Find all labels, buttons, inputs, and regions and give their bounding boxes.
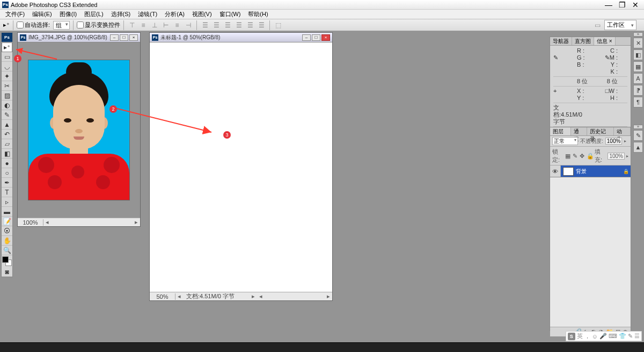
tab-info[interactable]: 信息 × [594,37,616,45]
dist-vcenter-icon[interactable]: ☰ [211,21,221,30]
auto-align-icon[interactable]: ⬚ [273,21,283,30]
ime-emoji-icon[interactable]: ☺ [592,333,598,340]
doc1-max-button[interactable]: □ [120,34,128,41]
screen-mode-icon[interactable]: ▭ [592,21,602,30]
doc2-scroll-left[interactable]: ◂ [175,293,183,300]
auto-select-mode[interactable]: 组 [53,21,70,30]
show-transform-check[interactable]: 显示变换控件 [77,21,120,29]
show-transform-checkbox[interactable] [77,21,84,28]
history-brush-tool[interactable]: ↶ [2,130,12,139]
color-swatch[interactable] [2,256,12,266]
doc2-zoom[interactable]: 50% [150,293,175,300]
lock-all-icon[interactable]: 🔒 [587,153,593,160]
ime-tool-icon[interactable]: ✎ [628,333,633,340]
align-left-icon[interactable]: ⊢ [161,21,171,30]
menu-filter[interactable]: 滤镜(T) [135,10,160,19]
ime-mic-icon[interactable]: 🎤 [599,333,607,340]
align-hcenter-icon[interactable]: ≡ [172,21,182,30]
minimize-button[interactable]: — [605,1,612,9]
workspace-dropdown[interactable]: 工作区 [604,20,636,30]
shape-tool[interactable]: ▬ [2,207,12,217]
stamp-tool[interactable]: ▲ [2,120,12,130]
menu-image[interactable]: 图像(I) [56,10,80,19]
doc2-scroll-play[interactable]: ▸ [250,293,257,300]
dock-close-icon[interactable]: ✕ [633,38,643,48]
dist-right-icon[interactable]: ☰ [257,21,266,30]
dock-clone-icon[interactable]: ▲ [633,142,643,153]
close-button[interactable]: ✕ [632,1,639,9]
dock-expand-top[interactable]: » [633,32,643,37]
doc2-scroll-left2[interactable]: ◂ [257,293,265,300]
menu-window[interactable]: 窗口(W) [216,10,244,19]
hand-tool[interactable]: ✋ [2,236,12,246]
brush-tool[interactable]: ✎ [2,110,12,120]
doc2-titlebar[interactable]: Ps 未标题-1 @ 50%(RGB/8) – □ × [150,33,332,42]
ime-bar[interactable]: S 英 ， ☺ 🎤 ⌨ 👕 ✎ ☰ [566,331,642,341]
auto-select-check[interactable]: 自动选择: [17,21,50,29]
doc1-scroll-right[interactable]: ▸ [133,219,140,226]
align-top-icon[interactable]: ⊤ [127,21,137,30]
doc2-close-button[interactable]: × [321,34,330,41]
menu-view[interactable]: 视图(V) [189,10,215,19]
layer-thumbnail[interactable] [563,167,574,176]
menu-layer[interactable]: 图层(L) [81,10,106,19]
opacity-value[interactable]: 100% [605,138,623,145]
layer-visibility-icon[interactable]: 👁 [550,166,561,177]
dock-brush-icon[interactable]: ✎ [633,130,643,141]
menu-analysis[interactable]: 分析(A) [162,10,188,19]
menu-help[interactable]: 帮助(H) [245,10,271,19]
fill-value[interactable]: 100% [608,153,625,160]
pen-tool[interactable]: ✒ [2,178,12,188]
ime-punct-icon[interactable]: ， [584,332,590,340]
dist-left-icon[interactable]: ☰ [234,21,244,30]
quickmask-tool[interactable]: ◙ [2,267,12,277]
doc2-min-button[interactable]: – [302,34,311,41]
doc2-canvas[interactable] [150,42,332,292]
blur-tool[interactable]: ● [2,159,12,168]
dock-char-icon[interactable]: ⁋ [633,85,643,96]
heal-tool[interactable]: ◐ [2,100,12,110]
ime-skin-icon[interactable]: 👕 [619,333,626,340]
slice-tool[interactable]: ▨ [2,91,12,100]
auto-select-checkbox[interactable] [17,21,24,28]
foreground-color[interactable] [2,256,9,263]
tab-layers[interactable]: 图层 × [550,127,571,135]
dist-hcenter-icon[interactable]: ☰ [245,21,255,30]
doc1-titlebar[interactable]: Ps IMG_3794.JPG @ 100%(RGB/8) – □ × [18,33,140,42]
doc1-scroll-left[interactable]: ◂ [43,219,51,226]
layer-background[interactable]: 👁 背景 🔒 [550,166,631,177]
zoom-tool[interactable]: 🔍 [2,246,12,255]
tab-navigator[interactable]: 导航器 [550,37,572,45]
ime-keyboard-icon[interactable]: ⌨ [609,333,617,340]
doc2-max-button[interactable]: □ [312,34,320,41]
gradient-tool[interactable]: ◧ [2,149,12,159]
ime-lang[interactable]: 英 [577,332,583,340]
path-tool[interactable]: ▹ [2,197,12,207]
doc1-min-button[interactable]: – [110,34,119,41]
eyedropper-tool[interactable]: ⦿ [2,226,12,236]
tab-histogram[interactable]: 直方图 [572,37,594,45]
dock-expand-bottom[interactable]: » [633,125,643,129]
dock-styles-icon[interactable]: A [633,73,643,84]
type-tool[interactable]: T [2,188,12,197]
menu-select[interactable]: 选择(S) [108,10,134,19]
crop-tool[interactable]: ✂ [2,81,12,91]
doc1-canvas[interactable] [18,42,140,218]
lasso-tool[interactable]: ◡ [2,62,12,71]
notes-tool[interactable]: 📝 [2,217,12,226]
dock-para-icon[interactable]: ¶ [633,97,643,107]
dist-top-icon[interactable]: ☰ [200,21,210,30]
taskbar[interactable] [0,342,644,352]
eraser-tool[interactable]: ▱ [2,139,12,149]
doc2-scroll-right[interactable]: ▸ [325,293,332,300]
wand-tool[interactable]: ✦ [2,71,12,81]
align-right-icon[interactable]: ⊣ [184,21,193,30]
tab-channels[interactable]: 通道 [571,127,588,135]
lock-paint-icon[interactable]: ✎ [573,153,578,160]
align-bottom-icon[interactable]: ⊥ [150,21,159,30]
lock-move-icon[interactable]: ✥ [580,153,585,160]
lock-trans-icon[interactable]: ▦ [565,153,570,160]
move-tool[interactable]: ▸⁺ [2,42,12,52]
blend-mode-select[interactable]: 正常 [552,137,578,145]
dodge-tool[interactable]: ○ [2,168,12,178]
